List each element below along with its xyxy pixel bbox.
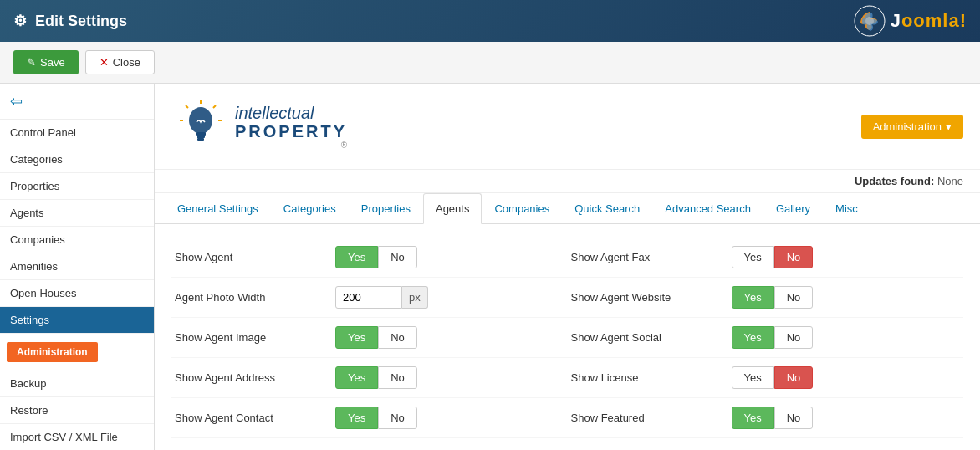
show-agent-social-label: Show Agent Social	[571, 331, 722, 344]
setting-show-license: Show License Yes No	[568, 358, 964, 398]
settings-left-col: Show Agent Yes No Agent Photo Width px	[171, 238, 568, 438]
agent-photo-width-input[interactable]	[335, 286, 402, 309]
show-agent-fax-label: Show Agent Fax	[571, 251, 722, 263]
show-agent-fax-no[interactable]: No	[774, 246, 814, 268]
tab-agents[interactable]: Agents	[423, 193, 482, 224]
tab-general-settings[interactable]: General Settings	[165, 193, 271, 224]
show-agent-label: Show Agent	[175, 251, 325, 263]
administration-button[interactable]: Administration ▾	[861, 115, 963, 139]
tab-categories[interactable]: Categories	[271, 193, 349, 224]
show-agent-contact-yes[interactable]: Yes	[335, 407, 378, 429]
close-label: Close	[113, 56, 140, 69]
tab-quick-search[interactable]: Quick Search	[562, 193, 652, 224]
save-button[interactable]: ✎ Save	[13, 50, 79, 74]
sidebar-item-companies[interactable]: Companies	[0, 227, 154, 253]
joomla-text: Joomla!	[891, 10, 967, 32]
close-icon: ✕	[100, 56, 109, 69]
app-header: ⚙ Edit Settings Joomla!	[0, 0, 980, 42]
setting-show-agent-social: Show Agent Social Yes No	[568, 318, 964, 358]
tab-properties[interactable]: Properties	[349, 193, 423, 224]
sidebar-item-categories[interactable]: Categories	[0, 146, 154, 173]
tab-advanced-search[interactable]: Advanced Search	[652, 193, 763, 224]
sidebar-item-import-csv[interactable]: Import CSV / XML File	[0, 424, 154, 450]
show-agent-social-yes[interactable]: Yes	[732, 326, 774, 349]
show-agent-fax-toggle: Yes No	[732, 246, 814, 268]
save-label: Save	[40, 56, 65, 69]
chevron-down-icon: ▾	[946, 120, 952, 133]
show-license-label: Show License	[571, 371, 722, 384]
settings-right-col: Show Agent Fax Yes No Show Agent Website…	[568, 238, 964, 438]
setting-agent-photo-width: Agent Photo Width px	[171, 278, 568, 318]
show-agent-website-label: Show Agent Website	[571, 291, 722, 304]
show-agent-no[interactable]: No	[378, 246, 417, 268]
close-button[interactable]: ✕ Close	[85, 50, 155, 74]
show-license-yes[interactable]: Yes	[732, 366, 774, 389]
show-featured-toggle: Yes No	[732, 407, 814, 429]
tab-misc[interactable]: Misc	[823, 193, 870, 224]
sidebar-item-amenities[interactable]: Amenities	[0, 253, 154, 280]
show-agent-toggle: Yes No	[335, 246, 417, 268]
joomla-brand-icon	[854, 5, 886, 37]
settings-grid: Show Agent Yes No Agent Photo Width px	[155, 224, 980, 450]
setting-show-agent-contact: Show Agent Contact Yes No	[171, 398, 568, 438]
show-agent-website-toggle: Yes No	[732, 286, 814, 309]
px-label: px	[402, 286, 428, 309]
show-agent-contact-toggle: Yes No	[335, 407, 417, 429]
logo-intellectual: intellectual	[235, 104, 347, 122]
joomla-logo: Joomla!	[854, 5, 967, 37]
tabs-bar: General Settings Categories Properties A…	[155, 193, 980, 224]
setting-show-featured: Show Featured Yes No	[568, 398, 964, 438]
svg-line-9	[186, 105, 188, 108]
show-license-no[interactable]: No	[774, 366, 814, 389]
sidebar-item-settings[interactable]: Settings	[0, 307, 154, 334]
show-agent-website-no[interactable]: No	[774, 286, 814, 309]
show-agent-fax-yes[interactable]: Yes	[732, 246, 774, 268]
show-agent-social-toggle: Yes No	[732, 326, 814, 349]
show-agent-image-yes[interactable]: Yes	[335, 326, 378, 349]
show-agent-contact-label: Show Agent Contact	[175, 412, 325, 424]
show-agent-website-yes[interactable]: Yes	[732, 286, 774, 309]
toolbar: ✎ Save ✕ Close	[0, 42, 980, 84]
setting-show-agent-fax: Show Agent Fax Yes No	[568, 238, 964, 278]
setting-show-agent-address: Show Agent Address Yes No	[171, 358, 568, 398]
administration-badge: Administration	[7, 342, 98, 362]
sidebar-back[interactable]: ⇦	[0, 84, 154, 120]
tab-companies[interactable]: Companies	[482, 193, 562, 224]
show-agent-address-toggle: Yes No	[335, 366, 417, 389]
show-agent-address-yes[interactable]: Yes	[335, 366, 378, 389]
updates-label: Updates found:	[855, 175, 934, 187]
setting-show-agent-website: Show Agent Website Yes No	[568, 278, 964, 318]
updates-value: None	[937, 175, 963, 187]
show-agent-image-label: Show Agent Image	[175, 331, 325, 344]
save-icon: ✎	[27, 56, 36, 69]
show-featured-yes[interactable]: Yes	[732, 407, 774, 429]
content-header: intellectual PROPERTY ® Administration ▾	[155, 84, 980, 170]
show-agent-yes[interactable]: Yes	[335, 246, 378, 268]
sidebar-item-agents[interactable]: Agents	[0, 200, 154, 227]
updates-row: Updates found: None	[155, 170, 980, 193]
show-featured-no[interactable]: No	[774, 407, 814, 429]
page-title: Edit Settings	[35, 13, 127, 30]
sidebar-item-open-houses[interactable]: Open Houses	[0, 280, 154, 307]
agent-photo-width-input-group: px	[335, 286, 428, 309]
show-featured-label: Show Featured	[571, 412, 722, 424]
admin-btn-label: Administration	[873, 120, 942, 133]
show-agent-image-no[interactable]: No	[378, 326, 417, 349]
back-icon[interactable]: ⇦	[10, 93, 23, 110]
content-area: intellectual PROPERTY ® Administration ▾…	[155, 84, 980, 450]
show-agent-social-no[interactable]: No	[774, 326, 814, 349]
sidebar-item-restore[interactable]: Restore	[0, 397, 154, 424]
setting-show-agent: Show Agent Yes No	[171, 238, 568, 278]
sidebar-item-backup[interactable]: Backup	[0, 371, 154, 397]
sidebar-item-control-panel[interactable]: Control Panel	[0, 120, 154, 146]
setting-show-agent-image: Show Agent Image Yes No	[171, 318, 568, 358]
show-agent-contact-no[interactable]: No	[378, 407, 417, 429]
svg-point-2	[189, 107, 212, 134]
svg-rect-4	[197, 136, 205, 138]
header-title-area: ⚙ Edit Settings	[13, 12, 127, 30]
sidebar: ⇦ Control Panel Categories Properties Ag…	[0, 84, 155, 450]
show-agent-image-toggle: Yes No	[335, 326, 417, 349]
sidebar-item-properties[interactable]: Properties	[0, 173, 154, 200]
show-agent-address-no[interactable]: No	[378, 366, 417, 389]
tab-gallery[interactable]: Gallery	[763, 193, 823, 224]
